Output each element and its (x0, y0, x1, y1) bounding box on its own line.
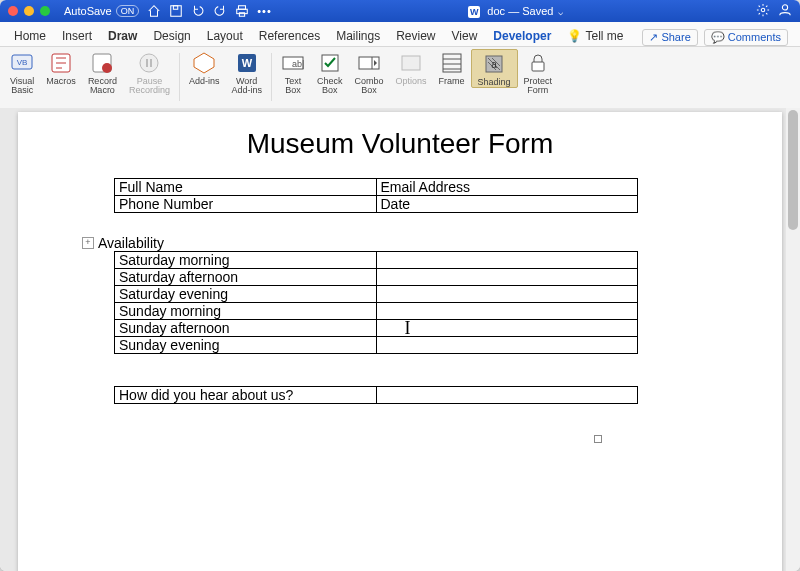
macros-button[interactable]: Macros (40, 49, 82, 86)
save-icon[interactable] (169, 4, 183, 18)
share-button[interactable]: ↗ Share (642, 29, 697, 46)
frame-button[interactable]: Frame (433, 49, 471, 86)
chevron-down-icon[interactable]: ⌵ (558, 7, 563, 17)
avail-row-input[interactable] (376, 286, 638, 303)
tab-view[interactable]: View (444, 26, 486, 46)
svg-point-12 (140, 54, 158, 72)
svg-text:ab|: ab| (292, 59, 304, 69)
svg-rect-1 (174, 6, 178, 10)
tab-review[interactable]: Review (388, 26, 443, 46)
svg-rect-13 (146, 59, 148, 67)
svg-point-11 (102, 63, 112, 73)
cell-email[interactable]: Email Address (376, 179, 638, 196)
svg-rect-14 (150, 59, 152, 67)
autosave-state: ON (116, 5, 140, 17)
minimize-window-button[interactable] (24, 6, 34, 16)
shading-button[interactable]: a Shading (471, 49, 518, 88)
availability-table[interactable]: Saturday morning Saturday afternoon Satu… (114, 251, 638, 354)
svg-point-5 (761, 8, 765, 12)
options-button: Options (389, 49, 432, 86)
undo-icon[interactable] (191, 4, 205, 18)
svg-rect-4 (240, 13, 245, 17)
cell-hear-about[interactable]: How did you hear about us? (115, 387, 377, 404)
print-icon[interactable] (235, 4, 249, 18)
cell-phone[interactable]: Phone Number (115, 196, 377, 213)
pause-recording-button: Pause Recording (123, 49, 176, 96)
tab-layout[interactable]: Layout (199, 26, 251, 46)
cell-date[interactable]: Date (376, 196, 638, 213)
comments-button[interactable]: 💬 Comments (704, 29, 788, 46)
tab-draw[interactable]: Draw (100, 26, 145, 46)
vertical-scrollbar[interactable] (786, 108, 800, 571)
svg-rect-30 (532, 62, 544, 71)
availability-header[interactable]: + Availability (98, 235, 740, 251)
avail-row-input[interactable]: I (376, 320, 638, 337)
avail-row-input[interactable] (376, 252, 638, 269)
settings-icon[interactable] (756, 3, 770, 19)
zoom-window-button[interactable] (40, 6, 50, 16)
document-canvas[interactable]: Museum Volunteer Form Full Name Email Ad… (0, 108, 800, 571)
avail-row[interactable]: Saturday afternoon (115, 269, 377, 286)
avail-row[interactable]: Sunday afternoon (115, 320, 377, 337)
page[interactable]: Museum Volunteer Form Full Name Email Ad… (18, 112, 782, 571)
svg-text:VB: VB (17, 58, 28, 67)
lightbulb-icon: 💡 (567, 29, 582, 43)
hear-about-table[interactable]: How did you hear about us? (114, 386, 638, 404)
contact-table[interactable]: Full Name Email Address Phone Number Dat… (114, 178, 638, 213)
table-resize-handle[interactable] (594, 435, 602, 443)
tab-references[interactable]: References (251, 26, 328, 46)
ribbon-tabs: Home Insert Draw Design Layout Reference… (0, 22, 800, 47)
word-app-icon: W (468, 6, 480, 18)
autosave-label: AutoSave (64, 5, 112, 17)
more-icon[interactable]: ••• (257, 5, 272, 17)
avail-row-input[interactable] (376, 269, 638, 286)
tab-mailings[interactable]: Mailings (328, 26, 388, 46)
addins-button[interactable]: Add-ins (183, 49, 226, 86)
svg-text:a: a (491, 59, 497, 70)
protect-form-button[interactable]: Protect Form (518, 49, 559, 96)
avail-row-input[interactable] (376, 337, 638, 354)
avail-row-input[interactable] (376, 303, 638, 320)
scrollbar-thumb[interactable] (788, 110, 798, 230)
avail-row[interactable]: Saturday evening (115, 286, 377, 303)
svg-point-6 (782, 5, 787, 10)
svg-marker-15 (194, 53, 214, 73)
check-box-control-button[interactable]: Check Box (311, 49, 349, 96)
visual-basic-button[interactable]: VB Visual Basic (4, 49, 40, 96)
document-title: W doc — Saved ⌵ (276, 5, 756, 18)
avail-row[interactable]: Sunday morning (115, 303, 377, 320)
text-cursor-icon: I (405, 318, 411, 339)
tab-developer[interactable]: Developer (485, 26, 559, 46)
svg-rect-23 (402, 56, 420, 70)
tab-design[interactable]: Design (145, 26, 198, 46)
record-macro-button[interactable]: Record Macro (82, 49, 123, 96)
search-tellme[interactable]: 💡 Tell me (559, 26, 631, 46)
cell-hear-about-input[interactable] (376, 387, 638, 404)
share-presence-icon[interactable] (778, 3, 792, 19)
cell-full-name[interactable]: Full Name (115, 179, 377, 196)
word-addins-button[interactable]: W Word Add-ins (225, 49, 268, 96)
autosave-toggle[interactable]: AutoSave ON (64, 5, 139, 17)
tab-home[interactable]: Home (6, 26, 54, 46)
svg-rect-0 (171, 6, 182, 17)
ribbon-developer: VB Visual Basic Macros Record Macro Paus… (0, 47, 800, 110)
close-window-button[interactable] (8, 6, 18, 16)
document-heading: Museum Volunteer Form (60, 128, 740, 160)
redo-icon[interactable] (213, 4, 227, 18)
tab-insert[interactable]: Insert (54, 26, 100, 46)
combo-box-control-button[interactable]: Combo Box (348, 49, 389, 96)
home-icon[interactable] (147, 4, 161, 18)
table-anchor-icon[interactable]: + (82, 237, 94, 249)
svg-text:W: W (241, 57, 252, 69)
avail-row[interactable]: Sunday evening (115, 337, 377, 354)
text-box-control-button[interactable]: ab| Text Box (275, 49, 311, 96)
titlebar: AutoSave ON ••• W doc — Saved ⌵ (0, 0, 800, 22)
avail-row[interactable]: Saturday morning (115, 252, 377, 269)
